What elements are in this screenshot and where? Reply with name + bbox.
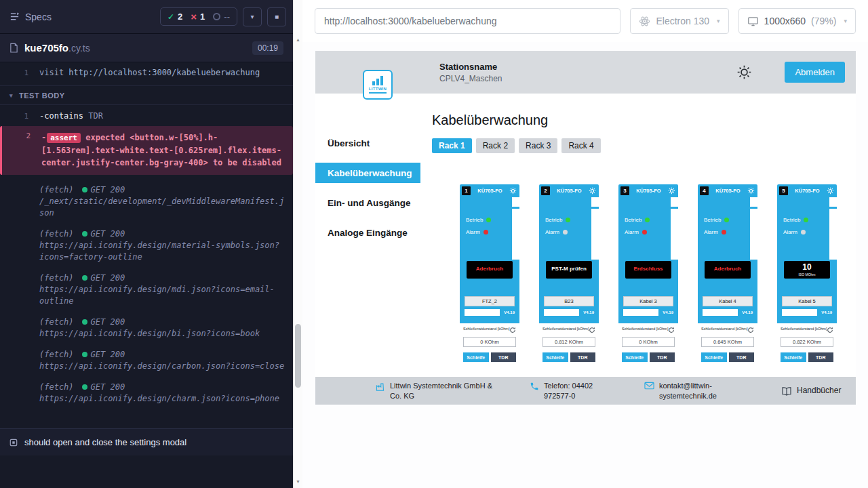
tab-rack-3[interactable]: Rack 3 xyxy=(519,138,557,153)
fetch-log-row[interactable]: (fetch)GET 200https://api.iconify.design… xyxy=(0,344,293,377)
cable-name-field[interactable]: B23 xyxy=(544,296,594,306)
test-body-section[interactable]: ▾ TEST BODY xyxy=(0,85,293,105)
card-settings-button[interactable] xyxy=(747,187,755,195)
command-contains[interactable]: 1 -contains TDR xyxy=(0,108,293,124)
assert-prefix: - xyxy=(41,133,46,142)
assert-badge: assert xyxy=(47,133,81,143)
visit-url: http://localhost:3000/kabelueberwachung xyxy=(68,68,260,77)
betrieb-led xyxy=(645,218,650,222)
settings-gear-button[interactable] xyxy=(736,64,752,80)
tdr-button[interactable]: TDR xyxy=(570,352,596,362)
schleife-button[interactable]: Schleife xyxy=(781,352,806,362)
url-input[interactable] xyxy=(315,8,620,34)
tdr-button[interactable]: TDR xyxy=(808,352,834,362)
alarm-led xyxy=(642,230,647,235)
alarm-label: Alarm xyxy=(704,229,718,235)
test-box-icon xyxy=(9,439,18,447)
tab-rack-4[interactable]: Rack 4 xyxy=(561,138,600,153)
spec-header: kue705fo.cy.ts 00:19 xyxy=(0,34,293,62)
sidebar-item-ein-und-ausgaenge[interactable]: Ein- und Ausgänge xyxy=(315,192,420,213)
cable-name-field[interactable]: Kabel 5 xyxy=(782,296,832,306)
tab-rack-1[interactable]: Rack 1 xyxy=(432,138,472,153)
failed-assert-row[interactable]: 2 -assert expected <button.w-[50%].h-[1.… xyxy=(0,126,293,175)
fetch-log-row[interactable]: (fetch)GET 200https://api.iconify.design… xyxy=(0,377,293,409)
status-display: 10ISO MOhm xyxy=(784,261,830,279)
sidebar-item-kabelueberwachung[interactable]: Kabelüberwachung xyxy=(315,163,420,183)
schleife-button[interactable]: Schleife xyxy=(701,352,727,362)
aut-container: LITTWIN Stationsname CPLV4_Maschen Abmel… xyxy=(302,42,868,488)
alarm-led xyxy=(801,230,806,235)
passed-stat: ✓2 xyxy=(167,12,182,22)
command-visit[interactable]: 1 visit http://localhost:3000/kabelueber… xyxy=(0,65,293,81)
device-card-3: 3 KÜ705-FO Betrieb Alarm Erdschluss Kabe… xyxy=(618,184,678,377)
book-icon xyxy=(781,386,792,396)
refresh-button[interactable] xyxy=(827,327,833,333)
firmware-version: V4.19 xyxy=(663,310,673,314)
device-card-5: 5 KÜ705-FO Betrieb Alarm 10ISO MOhm Kabe… xyxy=(777,184,837,377)
fetch-log-row[interactable]: (fetch)GET 200https://api.iconify.design… xyxy=(0,312,293,344)
fetch-log-row[interactable]: (fetch)GET 200https://api.iconify.design… xyxy=(0,268,293,312)
screen: Specs ✓2 ×1 -- ▾ ■ kue705fo.cy.ts 00:19 … xyxy=(0,0,868,488)
gear-icon xyxy=(736,64,752,80)
collapse-all-button[interactable]: ▾ xyxy=(243,7,262,26)
footer-email[interactable]: kontakt@littwin-systemtechnik.de xyxy=(644,381,743,401)
cable-name-field[interactable]: Kabel 3 xyxy=(623,296,673,306)
specs-menu[interactable]: Specs xyxy=(9,12,52,22)
fetch-label: (fetch) xyxy=(39,350,74,359)
device-card-4: 4 KÜ705-FO Betrieb Alarm Aderbruch Kabel… xyxy=(698,184,757,377)
card-side-strip xyxy=(829,197,837,260)
card-settings-button[interactable] xyxy=(509,187,517,195)
cable-name-field[interactable]: Kabel 4 xyxy=(703,296,753,306)
viewport-select[interactable]: 1000x660 (79%) ▾ xyxy=(738,8,856,34)
scroll-down-arrow[interactable]: ▼ xyxy=(294,476,302,487)
betrieb-label: Betrieb xyxy=(625,217,642,223)
electron-icon xyxy=(639,16,650,27)
tab-rack-2[interactable]: Rack 2 xyxy=(476,138,515,153)
cable-name-field[interactable]: FTZ_2 xyxy=(465,296,515,306)
assert-expected: expected xyxy=(85,133,125,142)
footer-manuals[interactable]: Handbücher xyxy=(781,386,841,396)
card-number: 2 xyxy=(541,186,550,195)
card-number: 3 xyxy=(620,186,629,195)
assert-to-be: to be xyxy=(213,158,237,167)
gear-icon xyxy=(668,187,675,195)
schleife-button[interactable]: Schleife xyxy=(542,352,568,362)
schleife-button[interactable]: Schleife xyxy=(463,352,489,362)
alarm-label: Alarm xyxy=(625,229,639,235)
resistance-value: 0 KOhm xyxy=(622,337,675,347)
pending-stat: -- xyxy=(213,12,230,22)
status-display: Erdschluss xyxy=(625,261,671,279)
scrollbar-thumb[interactable] xyxy=(295,324,301,388)
spec-name[interactable]: kue705fo.cy.ts xyxy=(24,42,90,54)
schleife-button[interactable]: Schleife xyxy=(622,352,648,362)
stop-tests-button[interactable]: ■ xyxy=(267,7,286,26)
refresh-button[interactable] xyxy=(747,327,754,333)
refresh-button[interactable] xyxy=(589,327,595,333)
card-settings-button[interactable] xyxy=(668,187,676,195)
fetch-url: https://api.iconify.design/bi.json?icons… xyxy=(39,328,286,340)
refresh-button[interactable] xyxy=(668,327,675,333)
tdr-button[interactable]: TDR xyxy=(729,352,755,362)
runner-scrollbar[interactable]: ▲ ▼ xyxy=(293,0,302,488)
card-settings-button[interactable] xyxy=(589,187,597,195)
device-card-2: 2 KÜ705-FO Betrieb Alarm PST-M prüfen B2… xyxy=(539,184,599,377)
sidebar-item-analoge-eingaenge[interactable]: Analoge Eingänge xyxy=(315,222,420,243)
fetch-log-row[interactable]: (fetch)GET 200/_next/static/development/… xyxy=(0,180,293,224)
browser-select[interactable]: Electron 130 ▾ xyxy=(630,8,728,34)
browser-name: Electron 130 xyxy=(656,16,709,26)
fetch-log-row[interactable]: (fetch)GET 200https://api.iconify.design… xyxy=(0,224,293,268)
tdr-button[interactable]: TDR xyxy=(650,352,675,362)
tdr-button[interactable]: TDR xyxy=(491,352,517,362)
scroll-up-arrow[interactable]: ▲ xyxy=(294,34,302,45)
footer-company: Littwin Systemtechnik GmbH & Co. KG xyxy=(375,381,505,401)
sidebar-item-uebersicht[interactable]: Übersicht xyxy=(315,133,420,153)
section-label: TEST BODY xyxy=(19,92,64,100)
next-test-row[interactable]: should open and close the settings modal xyxy=(0,428,293,455)
alarm-label: Alarm xyxy=(466,229,480,235)
fetch-status: GET 200 xyxy=(91,317,125,327)
logout-button[interactable]: Abmelden xyxy=(785,62,845,83)
resistance-label: Schleifenwiderstand [kOhm] xyxy=(622,327,668,331)
stage: Electron 130 ▾ 1000x660 (79%) ▾ LITTWIN xyxy=(302,0,868,488)
refresh-button[interactable] xyxy=(509,327,516,333)
card-settings-button[interactable] xyxy=(827,187,835,195)
